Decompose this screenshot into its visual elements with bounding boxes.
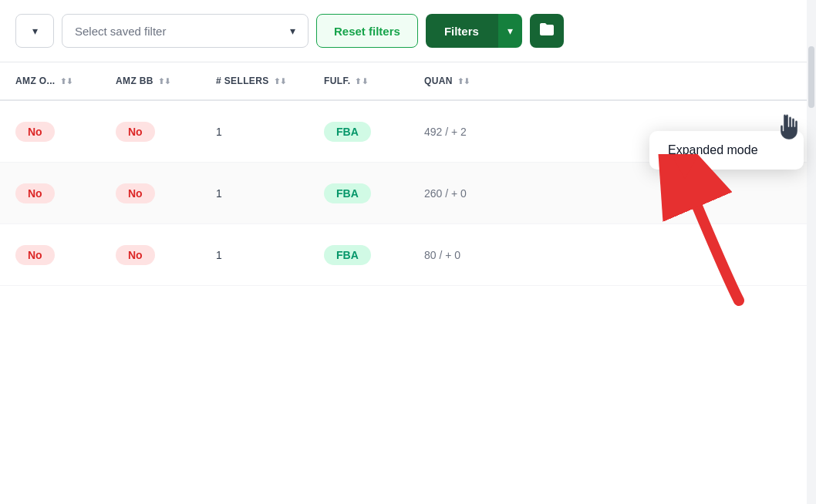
sellers-count: 1	[216, 187, 222, 200]
cell-sellers: 1	[216, 186, 324, 200]
col-header-sellers[interactable]: # SELLERS ⬆⬇	[216, 76, 324, 86]
col-header-quantity[interactable]: QUAN ⬆⬇	[424, 76, 532, 86]
tooltip-text: Expanded mode	[668, 143, 758, 156]
scrollbar-track[interactable]	[807, 0, 816, 504]
badge-fba: FBA	[324, 183, 371, 203]
sort-icon-fulfillment: ⬆⬇	[355, 77, 368, 86]
sellers-count: 1	[216, 249, 222, 261]
table-row: No No 1 FBA 260 / + 0	[0, 163, 816, 224]
col-header-fulfillment[interactable]: FULF. ⬆⬇	[324, 76, 424, 86]
badge-no-amz-bb: No	[116, 245, 155, 265]
quantity-value: 260 / + 0	[424, 187, 467, 200]
page-wrapper: ▾ Select saved filter ▾ Reset filters Fi…	[0, 0, 816, 504]
quantity-value: 492 / + 2	[424, 126, 467, 138]
cell-fulfillment: FBA	[324, 245, 424, 265]
sort-icon-amz-bb: ⬆⬇	[158, 77, 171, 86]
cell-amz-bb: No	[116, 183, 216, 203]
badge-no-amz-bb: No	[116, 122, 155, 142]
quantity-value: 80 / + 0	[424, 249, 460, 261]
filter-select-chevron-icon: ▾	[290, 25, 295, 37]
cell-quantity: 260 / + 0	[424, 186, 532, 200]
cell-quantity: 80 / + 0	[424, 248, 532, 262]
expanded-mode-tooltip: Expanded mode	[649, 131, 804, 170]
reset-filters-button[interactable]: Reset filters	[316, 14, 418, 48]
badge-fba: FBA	[324, 245, 371, 265]
cell-amz-o: No	[15, 122, 116, 142]
cell-sellers: 1	[216, 248, 324, 262]
sort-icon-amz-o: ⬆⬇	[60, 77, 73, 86]
filter-select-dropdown[interactable]: Select saved filter ▾	[62, 14, 309, 48]
cell-fulfillment: FBA	[324, 183, 424, 203]
col-amz-o-label: AMZ O...	[15, 76, 56, 86]
chevron-down-icon: ▾	[32, 25, 38, 37]
small-dropdown[interactable]: ▾	[15, 14, 54, 48]
cell-amz-bb: No	[116, 245, 216, 265]
filters-chevron-icon: ▾	[507, 25, 513, 37]
col-amz-bb-label: AMZ BB	[116, 76, 153, 86]
badge-no-amz-o: No	[15, 183, 55, 203]
cell-amz-o: No	[15, 183, 116, 203]
filters-label: Filters	[444, 25, 479, 38]
sellers-count: 1	[216, 126, 222, 138]
folder-icon	[538, 22, 555, 41]
sort-icon-quantity: ⬆⬇	[457, 77, 470, 86]
col-quantity-label: QUAN	[424, 76, 453, 86]
cell-sellers: 1	[216, 125, 324, 139]
badge-fba: FBA	[324, 122, 371, 142]
table-header: AMZ O... ⬆⬇ AMZ BB ⬆⬇ # SELLERS ⬆⬇ FULF.…	[0, 62, 816, 101]
filters-button-group: Filters ▾	[426, 14, 522, 48]
scrollbar-thumb[interactable]	[808, 46, 814, 108]
cell-quantity: 492 / + 2	[424, 125, 532, 139]
toolbar: ▾ Select saved filter ▾ Reset filters Fi…	[0, 0, 816, 62]
col-header-amz-o[interactable]: AMZ O... ⬆⬇	[15, 76, 116, 86]
cell-amz-bb: No	[116, 122, 216, 142]
badge-no-amz-o: No	[15, 122, 55, 142]
reset-filters-label: Reset filters	[334, 25, 400, 38]
expanded-mode-button[interactable]	[530, 14, 564, 48]
col-header-amz-bb[interactable]: AMZ BB ⬆⬇	[116, 76, 216, 86]
filters-button[interactable]: Filters	[426, 14, 497, 48]
col-sellers-label: # SELLERS	[216, 76, 269, 86]
badge-no-amz-bb: No	[116, 183, 155, 203]
cell-fulfillment: FBA	[324, 122, 424, 142]
table-row: No No 1 FBA 80 / + 0	[0, 224, 816, 286]
filter-select-placeholder: Select saved filter	[75, 25, 166, 38]
sort-icon-sellers: ⬆⬇	[274, 77, 287, 86]
filters-chevron-button[interactable]: ▾	[497, 14, 522, 48]
badge-no-amz-o: No	[15, 245, 55, 265]
col-fulfillment-label: FULF.	[324, 76, 350, 86]
cell-amz-o: No	[15, 245, 116, 265]
